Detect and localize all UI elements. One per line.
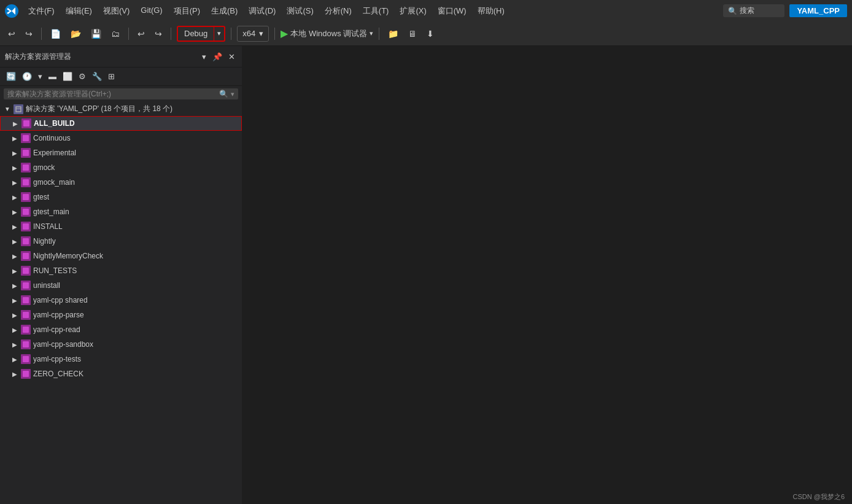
item-label-gmock: gmock (33, 163, 55, 172)
tree-item-yaml-cpp-parse[interactable]: ▶ yaml-cpp-parse (0, 308, 242, 322)
pin-icon[interactable]: 📌 (211, 51, 224, 63)
filter-icon[interactable]: 🔧 (90, 71, 104, 82)
platform-label: x64 (242, 29, 255, 38)
toolbar-sep-1 (41, 28, 42, 40)
proj-icon-gtest (21, 192, 31, 202)
titlebar-right: 🔍 搜索 YAML_CPP (723, 4, 847, 17)
platform-dropdown[interactable]: x64 ▾ (237, 26, 269, 42)
tree-item-nightly-memory[interactable]: ▶ NightlyMemoryCheck (0, 249, 242, 263)
tree-item-uninstall[interactable]: ▶ uninstall (0, 278, 242, 293)
expand-icon[interactable]: ⬜ (60, 71, 75, 82)
expand-gtest-icon: ▶ (11, 193, 18, 201)
toolbar-arrow-icon[interactable]: ▾ (36, 71, 45, 82)
proj-icon-yaml-parse (21, 310, 31, 320)
menu-file[interactable]: 文件(F) (23, 3, 60, 19)
undo2-btn[interactable]: ↩ (134, 27, 148, 41)
solution-search-input[interactable] (7, 90, 217, 98)
tree-item-all-build[interactable]: ▶ ALL_BUILD (0, 116, 242, 131)
debug-config-dropdown[interactable]: Debug ▾ (177, 26, 225, 42)
tree-item-continuous[interactable]: ▶ Continuous (0, 131, 242, 145)
menu-edit[interactable]: 编辑(E) (61, 3, 97, 19)
solution-explorer-panel: 解决方案资源管理器 ▾ 📌 ✕ 🔄 🕐 ▾ ▬ ⬜ ⚙ 🔧 ⊞ 🔍 ▾ (0, 46, 242, 504)
menu-git[interactable]: Git(G) (136, 3, 167, 19)
menu-project[interactable]: 项目(P) (169, 3, 205, 19)
save-btn[interactable]: 💾 (88, 27, 104, 41)
run-button[interactable]: ▶ 本地 Windows 调试器 ▾ (281, 28, 373, 39)
panel-title: 解决方案资源管理器 (5, 52, 71, 62)
item-label-nightly: Nightly (33, 237, 56, 246)
proj-icon-install (21, 222, 31, 231)
expand-run-tests-icon: ▶ (11, 267, 18, 274)
expand-uninstall-icon: ▶ (11, 282, 18, 289)
toolbar-btn-extra2[interactable]: 🖥 (405, 27, 420, 41)
tree-item-yaml-cpp-tests[interactable]: ▶ yaml-cpp-tests (0, 352, 242, 366)
menu-debug[interactable]: 调试(D) (244, 3, 281, 19)
debug-dropdown-arrow: ▾ (214, 27, 224, 41)
tree-item-gtest-main[interactable]: ▶ gtest_main (0, 204, 242, 219)
toolbar-sep-6 (379, 28, 379, 40)
tree-item-gtest[interactable]: ▶ gtest (0, 190, 242, 204)
solution-expand-icon: ▼ (4, 106, 11, 113)
solution-search-bar[interactable]: 🔍 ▾ (4, 88, 238, 99)
global-search-box[interactable]: 🔍 搜索 (723, 4, 784, 17)
tree-item-yaml-cpp-sandbox[interactable]: ▶ yaml-cpp-sandbox (0, 337, 242, 352)
proj-icon-nightly (21, 236, 31, 246)
menu-help[interactable]: 帮助(H) (473, 3, 509, 19)
menu-extensions[interactable]: 扩展(X) (395, 3, 431, 19)
expand-all-build-icon: ▶ (12, 120, 19, 127)
menu-view[interactable]: 视图(V) (98, 3, 134, 19)
tree-item-gmock[interactable]: ▶ gmock (0, 160, 242, 175)
menu-tools[interactable]: 工具(T) (358, 3, 394, 19)
item-label-zero-check: ZERO_CHECK (33, 370, 83, 378)
sync-icon[interactable]: 🔄 (4, 71, 18, 82)
tree-item-install[interactable]: ▶ INSTALL (0, 219, 242, 234)
solution-search-arrow[interactable]: ▾ (231, 90, 234, 98)
tree-item-gmock-main[interactable]: ▶ gmock_main (0, 175, 242, 190)
redo2-btn[interactable]: ↪ (152, 27, 165, 41)
tree-item-yaml-cpp-read[interactable]: ▶ yaml-cpp-read (0, 322, 242, 337)
menu-bar: 文件(F) 编辑(E) 视图(V) Git(G) 项目(P) 生成(B) 调试(… (23, 3, 721, 19)
run-dropdown-arrow[interactable]: ▾ (370, 29, 373, 37)
new-btn[interactable]: 📄 (47, 27, 64, 41)
item-label-yaml-sandbox: yaml-cpp-sandbox (33, 340, 93, 349)
expand-continuous-icon: ▶ (11, 134, 18, 142)
tree-item-run-tests[interactable]: ▶ RUN_TESTS (0, 263, 242, 278)
tree-item-experimental[interactable]: ▶ Experimental (0, 145, 242, 160)
solution-root[interactable]: ▼ 解决方案 'YAML_CPP' (18 个项目，共 18 个) (0, 102, 242, 116)
item-label-run-tests: RUN_TESTS (33, 266, 77, 275)
tree-item-zero-check[interactable]: ▶ ZERO_CHECK (0, 366, 242, 381)
view-icon[interactable]: ⊞ (106, 71, 117, 82)
toolbar-btn-extra3[interactable]: ⬇ (424, 27, 437, 41)
proj-icon-zero-check (21, 369, 31, 379)
proj-icon-gmock-main (21, 177, 31, 187)
close-panel-icon[interactable]: ✕ (227, 51, 237, 63)
settings-icon[interactable]: ⚙ (76, 71, 88, 82)
proj-icon-uninstall (21, 281, 31, 290)
vs-logo (5, 4, 18, 18)
collapse-icon[interactable]: ▬ (46, 71, 59, 82)
menu-test[interactable]: 测试(S) (282, 3, 318, 19)
menu-build[interactable]: 生成(B) (206, 3, 242, 19)
expand-gmock-main-icon: ▶ (11, 179, 18, 186)
menu-analyze[interactable]: 分析(N) (320, 3, 357, 19)
tree-item-yaml-cpp-shared[interactable]: ▶ yaml-cpp shared (0, 293, 242, 308)
expand-yaml-shared-icon: ▶ (11, 297, 18, 304)
redo-btn[interactable]: ↪ (22, 27, 36, 41)
toolbar-btn-extra1[interactable]: 📁 (385, 27, 401, 41)
menu-window[interactable]: 窗口(W) (433, 3, 471, 19)
undo-btn[interactable]: ↩ (5, 27, 18, 41)
toolbar-sep-4 (231, 28, 231, 40)
tree-item-nightly[interactable]: ▶ Nightly (0, 234, 242, 249)
tree-area: ▼ 解决方案 'YAML_CPP' (18 个项目，共 18 个) ▶ ALL_… (0, 102, 242, 504)
item-label-gmock-main: gmock_main (33, 178, 75, 187)
refresh-icon[interactable]: 🕐 (20, 71, 34, 82)
open-btn[interactable]: 📂 (68, 27, 84, 41)
platform-arrow-icon: ▾ (259, 29, 263, 38)
proj-icon-all-build (21, 118, 31, 128)
item-label-uninstall: uninstall (33, 281, 60, 290)
save-all-btn[interactable]: 🗂 (108, 27, 123, 41)
item-label-experimental: Experimental (33, 149, 76, 157)
pin-down-icon[interactable]: ▾ (200, 51, 208, 63)
toolbar: ↩ ↪ 📄 📂 💾 🗂 ↩ ↪ Debug ▾ x64 ▾ ▶ 本地 Windo… (0, 21, 852, 46)
item-label-continuous: Continuous (33, 134, 71, 142)
